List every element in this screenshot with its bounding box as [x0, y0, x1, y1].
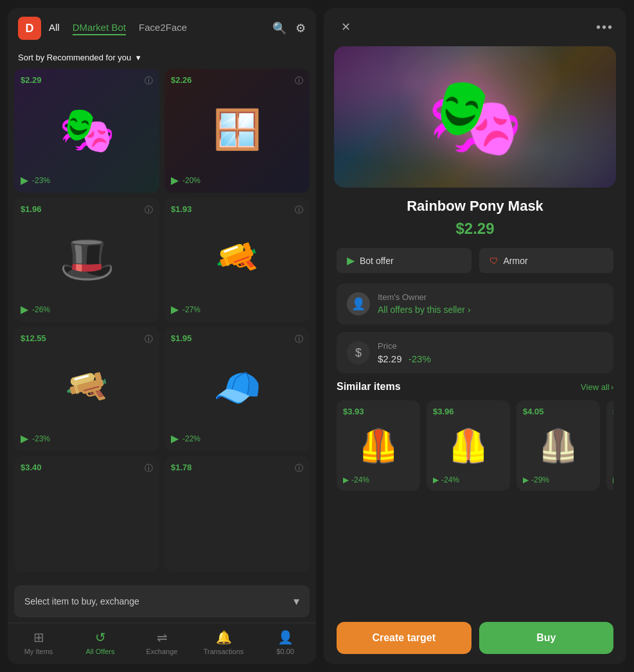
item-card[interactable]: $12.55 ⓘ 🔫 ▶ -23%: [14, 327, 159, 451]
bot-offer-label: Bot offer: [360, 256, 394, 266]
tab-all[interactable]: All: [49, 22, 60, 35]
discount-badge: -23%: [32, 434, 50, 443]
header: D All DMarket Bot Face2Face 🔍 ⚙: [8, 8, 316, 49]
similar-item[interactable]: $3.50 🦺 ▶ -20%: [606, 400, 613, 491]
more-options-button[interactable]: •••: [596, 20, 613, 35]
similar-item[interactable]: $3.93 🦺 ▶ -24%: [337, 400, 420, 491]
nav-tabs: All DMarket Bot Face2Face: [49, 22, 265, 35]
seller-offers-link[interactable]: All offers by this seller ›: [378, 305, 471, 315]
item-footer: ▶ -22%: [171, 432, 303, 445]
wallet-icon: 👤: [277, 630, 294, 645]
item-footer: ▶ -26%: [21, 303, 153, 315]
similar-discount: -24%: [441, 475, 459, 484]
my-items-icon: ⊞: [33, 630, 44, 645]
item-detail-body: Rainbow Pony Mask $2.29 ▶ Bot offer 🛡 Ar…: [324, 188, 626, 612]
exchange-icon: ⇌: [157, 630, 168, 645]
sort-value[interactable]: Recommended for you ▾: [47, 53, 141, 62]
select-bar[interactable]: Select item to buy, exchange ▾: [14, 585, 310, 617]
nav-all-offers[interactable]: ↺ All Offers: [78, 630, 123, 655]
filter-icon[interactable]: ⚙: [295, 21, 306, 35]
owner-avatar: 👤: [347, 292, 370, 315]
dmarket-icon: ▶: [21, 174, 28, 186]
item-tags: ▶ Bot offer 🛡 Armor: [337, 248, 613, 273]
item-card[interactable]: $1.96 ⓘ 🎩 ▶ -26%: [14, 198, 159, 322]
info-icon[interactable]: ⓘ: [295, 204, 303, 216]
discount-badge: -27%: [182, 305, 200, 314]
item-price: $12.55: [21, 333, 153, 343]
left-panel: D All DMarket Bot Face2Face 🔍 ⚙ Sort by …: [8, 8, 316, 664]
item-price: $1.95: [171, 333, 303, 343]
tag-armor[interactable]: 🛡 Armor: [479, 248, 614, 273]
item-footer: ▶ -23%: [21, 174, 153, 186]
item-card[interactable]: $2.29 ⓘ 🎭 ▶ -23%: [14, 69, 159, 193]
view-all-button[interactable]: View all ›: [581, 382, 613, 392]
item-card[interactable]: $3.40 ⓘ: [14, 456, 159, 572]
tag-bot-offer[interactable]: ▶ Bot offer: [337, 248, 471, 273]
similar-image: 🦺: [343, 420, 414, 472]
dmarket-icon: ▶: [21, 432, 28, 445]
item-price: $1.78: [171, 463, 303, 472]
similar-header: Similar items View all ›: [337, 381, 613, 393]
armor-icon: 🛡: [489, 256, 498, 266]
item-price: $2.26: [171, 75, 303, 85]
all-offers-label: All Offers: [85, 648, 114, 655]
transactions-icon: 🔔: [216, 630, 232, 645]
nav-exchange[interactable]: ⇌ Exchange: [139, 630, 184, 655]
info-icon[interactable]: ⓘ: [145, 204, 153, 216]
owner-label: Item's Owner: [378, 292, 471, 302]
header-icons: 🔍 ⚙: [272, 21, 306, 35]
tab-face2face[interactable]: Face2Face: [139, 22, 187, 35]
similar-discount: -24%: [351, 475, 369, 484]
nav-transactions[interactable]: 🔔 Transactions: [201, 630, 246, 655]
bottom-nav: ⊞ My Items ↺ All Offers ⇌ Exchange 🔔 Tra…: [8, 623, 316, 664]
item-price: $1.93: [171, 204, 303, 214]
transactions-label: Transactions: [204, 648, 244, 655]
dmarket-icon: ▶: [171, 432, 179, 445]
owner-section: 👤 Item's Owner All offers by this seller…: [337, 283, 613, 324]
nav-wallet[interactable]: 👤 $0.00: [263, 630, 308, 655]
all-offers-icon: ↺: [95, 630, 106, 645]
item-card[interactable]: $2.26 ⓘ 🪟 ▶ -20%: [164, 69, 310, 193]
create-target-button[interactable]: Create target: [337, 622, 471, 654]
close-button[interactable]: ✕: [337, 18, 355, 36]
search-icon[interactable]: 🔍: [272, 21, 286, 35]
similar-image: 🦺: [433, 420, 504, 472]
similar-item[interactable]: $3.96 🦺 ▶ -24%: [427, 400, 510, 491]
similar-title: Similar items: [337, 381, 401, 393]
info-icon[interactable]: ⓘ: [295, 333, 303, 345]
item-price: $2.29: [21, 75, 153, 85]
chevron-right-icon: ›: [611, 382, 613, 392]
sort-bar: Sort by Recommended for you ▾: [8, 49, 316, 69]
similar-items-row: $3.93 🦺 ▶ -24% $3.96 🦺 ▶ -24%: [337, 400, 613, 491]
item-card[interactable]: $1.93 ⓘ 🔫 ▶ -27%: [164, 198, 310, 322]
item-image: 🎭: [21, 87, 153, 172]
item-card[interactable]: $1.78 ⓘ: [164, 456, 310, 572]
buy-button[interactable]: Buy: [479, 622, 614, 654]
info-icon[interactable]: ⓘ: [295, 463, 303, 474]
similar-price: $3.93: [343, 407, 414, 416]
price-value: $2.29 -23%: [378, 353, 431, 364]
item-card[interactable]: $1.95 ⓘ 🧢 ▶ -22%: [164, 327, 310, 451]
app-logo: D: [18, 17, 41, 40]
similar-price: $3.96: [433, 407, 504, 416]
exchange-label: Exchange: [146, 648, 178, 655]
item-name: Rainbow Pony Mask: [337, 198, 613, 215]
wallet-label: $0.00: [276, 648, 294, 655]
similar-section: Similar items View all › $3.93 🦺 ▶ -24% …: [337, 381, 613, 491]
discount-badge: -20%: [182, 176, 200, 185]
similar-price: $3.50: [613, 407, 613, 416]
info-icon[interactable]: ⓘ: [145, 463, 153, 474]
similar-item[interactable]: $4.05 🦺 ▶ -29%: [516, 400, 600, 491]
info-icon[interactable]: ⓘ: [145, 75, 153, 87]
price-info: Price $2.29 -23%: [378, 341, 431, 364]
info-icon[interactable]: ⓘ: [295, 75, 303, 87]
tab-dmarket-bot[interactable]: DMarket Bot: [73, 22, 126, 35]
items-grid: $2.29 ⓘ 🎭 ▶ -23% $2.26 ⓘ 🪟 ▶ -20% $1.96: [8, 69, 316, 580]
similar-footer: ▶ -20%: [613, 475, 613, 484]
nav-my-items[interactable]: ⊞ My Items: [16, 630, 61, 655]
similar-discount: -29%: [531, 475, 549, 484]
right-panel: ✕ ••• 🎭 Rainbow Pony Mask $2.29 ▶ Bot of…: [324, 8, 626, 664]
item-image: 🪟: [171, 87, 303, 172]
info-icon[interactable]: ⓘ: [145, 333, 153, 345]
bot-offer-icon: ▶: [347, 254, 355, 267]
